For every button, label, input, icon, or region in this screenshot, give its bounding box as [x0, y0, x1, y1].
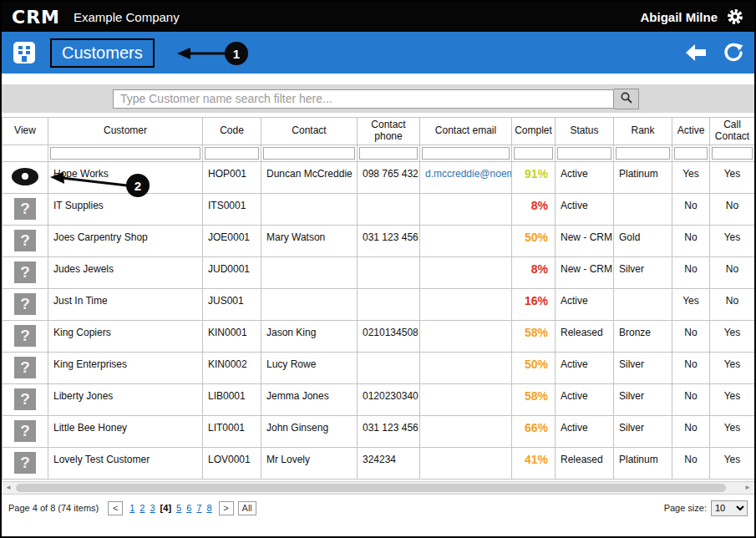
pager-page-link[interactable]: 5 [176, 503, 181, 513]
search-button[interactable] [614, 89, 639, 109]
page-title: Customers [62, 43, 143, 62]
question-icon[interactable]: ? [14, 452, 36, 474]
scroll-right-icon[interactable]: ► [741, 482, 754, 494]
question-icon[interactable]: ? [14, 420, 36, 442]
cell-contact: Mr Lovely [261, 447, 358, 479]
cell-email [420, 383, 512, 415]
column-header-phone[interactable]: Contact phone [358, 118, 420, 145]
pager-page-link[interactable]: 6 [186, 503, 191, 513]
cell-view: ? [3, 256, 48, 288]
cell-phone: 324234 [358, 447, 420, 479]
table-row[interactable]: ?Little Bee HoneyLIT0001John Ginseng031 … [3, 415, 755, 447]
table-row[interactable]: ?King CopiersKIN0001Jason King0210134508… [3, 320, 755, 352]
cell-phone [358, 288, 420, 320]
pager-page-link[interactable]: 1 [129, 503, 134, 513]
horizontal-scrollbar[interactable]: ◄ ► [2, 481, 754, 495]
cell-code: LOV0001 [203, 447, 261, 479]
column-header-status[interactable]: Status [556, 118, 614, 145]
cell-call: No [710, 256, 755, 288]
question-icon[interactable]: ? [14, 293, 36, 315]
column-header-view[interactable]: View [3, 118, 48, 145]
question-icon[interactable]: ? [14, 325, 36, 347]
pager-next-button[interactable]: > [219, 501, 234, 515]
pager-page-link[interactable]: 3 [150, 503, 155, 513]
table-row[interactable]: ?King EnterprisesKIN0002Lucy Rowe50%Acti… [3, 352, 755, 383]
cell-call: Yes [710, 320, 755, 352]
column-header-customer[interactable]: Customer [48, 118, 203, 145]
filter-input-customer[interactable] [50, 147, 200, 160]
column-header-contact[interactable]: Contact [261, 118, 358, 145]
customers-module-icon[interactable] [12, 40, 37, 65]
table-row[interactable]: ?IT SuppliesITS00018%ActiveNoNo [3, 193, 755, 225]
filter-cell-active [672, 145, 710, 161]
filter-input-active[interactable] [674, 147, 708, 160]
scrollbar-thumb[interactable] [16, 484, 726, 492]
pager-page-link[interactable]: 2 [140, 503, 145, 513]
filter-input-email[interactable] [422, 147, 510, 160]
table-row[interactable]: ?Judes JewelsJUD00018%New - CRMSilverNoN… [3, 256, 755, 288]
cell-status: New - CRM [556, 225, 614, 256]
cell-phone [358, 193, 420, 225]
pager-page-link[interactable]: 8 [206, 503, 211, 513]
cell-email [420, 415, 512, 447]
cell-active: No [672, 415, 710, 447]
table-row[interactable]: ?Just In TimeJUS00116%ActiveYesNo [3, 288, 755, 320]
question-icon[interactable]: ? [14, 261, 36, 283]
table-row[interactable]: ?Lovely Test CustomerLOV0001Mr Lovely324… [3, 447, 755, 479]
cell-rank: Platinum [614, 161, 672, 193]
page-size-select[interactable]: 10 [711, 500, 748, 516]
pager-page-link[interactable]: 7 [196, 503, 201, 513]
search-bar [2, 84, 754, 113]
filter-input-phone[interactable] [359, 147, 418, 160]
cell-status: Released [556, 447, 614, 479]
cell-status: Active [556, 383, 614, 415]
cell-call: Yes [710, 225, 755, 256]
cell-email[interactable]: d.mccreddie@noem [420, 161, 512, 193]
column-header-complete[interactable]: Complet [512, 118, 556, 145]
cell-complete: 50% [512, 225, 556, 256]
settings-gear-icon[interactable] [726, 8, 744, 26]
question-icon[interactable]: ? [14, 230, 36, 251]
pager-all-button[interactable]: All [238, 501, 256, 515]
pager-current-page[interactable]: [4] [160, 503, 171, 513]
search-input[interactable] [113, 89, 614, 109]
question-icon[interactable]: ? [14, 357, 36, 378]
filter-input-status[interactable] [557, 147, 611, 160]
filter-cell-status [556, 145, 614, 161]
pager-prev-button[interactable]: < [108, 501, 123, 515]
view-eye-icon[interactable] [12, 168, 38, 185]
cell-status: New - CRM [556, 256, 614, 288]
cell-call: Yes [710, 415, 755, 447]
table-row[interactable]: ?Joes Carpentry ShopJOE0001Mary Watson03… [3, 225, 755, 256]
back-arrow-icon[interactable] [684, 43, 708, 63]
cell-view: ? [3, 383, 48, 415]
table-row[interactable]: ?Liberty JonesLIB0001Jemma Jones01202303… [3, 383, 755, 415]
cell-active: No [672, 320, 710, 352]
cell-complete: 41% [512, 447, 556, 479]
filter-input-contact[interactable] [263, 147, 355, 160]
scroll-left-icon[interactable]: ◄ [2, 482, 15, 494]
table-row[interactable]: Hope WorksHOP001Duncan McCreddie098 765 … [3, 161, 755, 193]
column-header-call[interactable]: Call Contact [710, 118, 755, 145]
filter-input-call[interactable] [712, 147, 753, 160]
cell-status: Active [556, 415, 614, 447]
cell-email [420, 447, 512, 479]
column-header-code[interactable]: Code [203, 118, 261, 145]
column-header-rank[interactable]: Rank [614, 118, 672, 145]
refresh-icon[interactable] [723, 42, 744, 63]
cell-code: HOP001 [203, 161, 261, 193]
filter-input-code[interactable] [205, 147, 259, 160]
cell-complete: 58% [512, 383, 556, 415]
filter-input-complete[interactable] [514, 147, 553, 160]
cell-rank: Bronze [614, 320, 672, 352]
question-icon[interactable]: ? [14, 388, 36, 410]
filter-input-rank[interactable] [616, 147, 670, 160]
cell-code: JUS001 [203, 288, 261, 320]
search-icon [620, 91, 633, 107]
column-header-active[interactable]: Active [672, 118, 710, 145]
callout-badge-1: 1 [225, 42, 248, 65]
user-name[interactable]: Abigail Milne [640, 10, 718, 24]
question-icon[interactable]: ? [14, 198, 36, 220]
column-header-email[interactable]: Contact email [420, 118, 512, 145]
cell-code: JUD0001 [203, 256, 261, 288]
